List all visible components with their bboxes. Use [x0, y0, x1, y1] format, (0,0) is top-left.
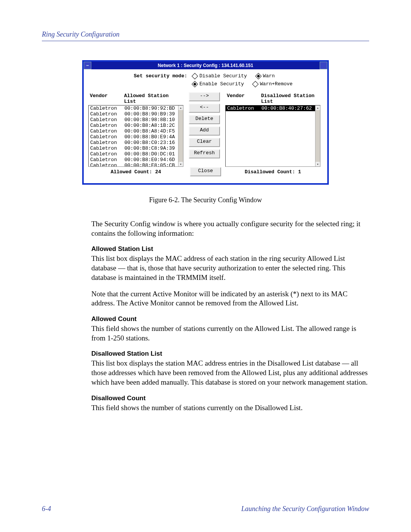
list-item[interactable]: Cabletron00:00:B8:A8:1B:2C: [89, 123, 183, 128]
radio-label: Enable Security: [199, 81, 244, 87]
list-item[interactable]: Cabletron00:00:B8:90:92:BD: [89, 105, 183, 111]
close-button[interactable]: Close: [190, 167, 221, 176]
scroll-up-icon[interactable]: ▴: [178, 105, 183, 110]
body-text: The Security Config window is where you …: [91, 219, 369, 412]
list-item-vendor: Cabletron: [90, 157, 124, 163]
list-item-vendor: Cabletron: [90, 123, 124, 128]
security-config-window: Network 1 : Security Config : 134.141.60…: [82, 60, 329, 185]
security-mode-label: Set security mode:: [88, 73, 193, 87]
diamond-icon: [192, 81, 198, 87]
window-titlebar: Network 1 : Security Config : 134.141.60…: [84, 62, 327, 69]
list-item-mac: 00:00:B8:90:92:BD: [124, 105, 182, 111]
list-item[interactable]: Cabletron00:00:B8:C8:9A:39: [89, 145, 183, 151]
heading-allowed-station-list: Allowed Station List: [91, 245, 369, 253]
svg-rect-0: [86, 65, 89, 66]
scrollbar[interactable]: ▴ ▾: [178, 105, 183, 166]
list-item-mac: 00:00:B8:B0:E9:4A: [124, 134, 182, 140]
list-item-mac: 00:00:B8:A8:4D:F5: [124, 128, 182, 134]
list-item-mac: 00:00:B8:40:27:62: [261, 105, 319, 111]
move-left-button[interactable]: <--: [189, 104, 220, 113]
list-item-vendor: Cabletron: [90, 134, 124, 140]
paragraph: This list box displays the station MAC a…: [91, 359, 369, 387]
scroll-up-icon[interactable]: ▴: [315, 105, 320, 110]
list-item-vendor: Cabletron: [90, 145, 124, 151]
list-item-mac: 00:00:B8:C8:9A:39: [124, 145, 182, 151]
move-right-button[interactable]: -->: [189, 92, 220, 101]
disallowed-station-listbox[interactable]: Cabletron00:00:B8:40:27:62 ▴ ▾: [225, 105, 320, 167]
list-item-mac: 00:00:B8:98:8B:10: [124, 117, 182, 123]
paragraph: This field shows the number of stations …: [91, 403, 369, 413]
list-item-vendor: Cabletron: [90, 128, 124, 134]
paragraph: This list box displays the MAC address o…: [91, 254, 369, 282]
list-item[interactable]: Cabletron00:00:B8:C0:23:16: [89, 140, 183, 145]
radio-enable-security[interactable]: Enable Security: [193, 81, 244, 87]
disallowed-list-header: Disallowed Station List: [261, 93, 319, 104]
list-item[interactable]: Cabletron00:00:B8:A8:4D:F5: [89, 128, 183, 134]
scroll-down-icon[interactable]: ▾: [178, 162, 183, 166]
list-item-mac: 00:00:B8:C0:23:16: [124, 140, 182, 145]
heading-disallowed-count: Disallowed Count: [91, 394, 369, 403]
page-number: 6-4: [42, 505, 51, 513]
scroll-down-icon[interactable]: ▾: [315, 162, 320, 166]
list-item-vendor: Cabletron: [227, 105, 261, 111]
heading-disallowed-station-list: Disallowed Station List: [91, 350, 369, 358]
disallowed-vendor-header: Vendor: [227, 93, 261, 104]
radio-warn[interactable]: Warn: [256, 73, 275, 79]
list-item-vendor: Cabletron: [90, 163, 124, 167]
allowed-vendor-header: Vendor: [90, 93, 124, 104]
heading-allowed-count: Allowed Count: [91, 315, 369, 323]
page-header: Ring Security Configuration: [42, 30, 369, 41]
list-item[interactable]: Cabletron00:00:B8:90:B9:39: [89, 111, 183, 117]
diamond-icon: [255, 73, 261, 79]
allowed-list-header: Allowed Station List: [124, 93, 182, 104]
radio-label: Warn: [263, 73, 275, 79]
list-item[interactable]: Cabletron00:00:B8:B0:E9:4A: [89, 134, 183, 140]
list-item-vendor: Cabletron: [90, 151, 124, 157]
diamond-icon: [252, 81, 259, 87]
list-item-mac: 00:00:B8:D0:DC:01: [124, 151, 182, 157]
radio-disable-security[interactable]: Disable Security: [193, 73, 247, 79]
radio-warn-remove[interactable]: Warn+Remove: [253, 81, 293, 87]
disallowed-count: Disallowed Count: 1: [225, 169, 320, 175]
diamond-icon: [192, 73, 198, 79]
window-right-icon[interactable]: [320, 62, 327, 69]
paragraph: This field shows the number of stations …: [91, 324, 369, 343]
list-item-vendor: Cabletron: [90, 105, 124, 111]
scrollbar[interactable]: ▴ ▾: [315, 105, 320, 166]
delete-button[interactable]: Delete: [189, 115, 220, 124]
allowed-station-listbox[interactable]: Cabletron00:00:B8:90:92:BDCabletron00:00…: [88, 105, 183, 167]
list-item-mac: 00:00:B8:A8:1B:2C: [124, 123, 182, 128]
list-item[interactable]: Cabletron00:00:B8:E8:05:CB: [89, 163, 183, 167]
window-menu-icon[interactable]: [84, 62, 91, 69]
footer-section: Launching the Security Configuration Win…: [241, 505, 369, 513]
clear-button[interactable]: Clear: [189, 138, 220, 147]
allowed-count: Allowed Count: 24: [88, 169, 183, 175]
list-item-vendor: Cabletron: [90, 117, 124, 123]
window-title: Network 1 : Security Config : 134.141.60…: [158, 63, 253, 68]
paragraph: Note that the current Active Monitor wil…: [91, 289, 369, 308]
list-item[interactable]: Cabletron00:00:B8:E0:94:6D: [89, 157, 183, 163]
list-item-vendor: Cabletron: [90, 140, 124, 145]
list-item-mac: 00:00:B8:90:B9:39: [124, 111, 182, 117]
list-item[interactable]: Cabletron00:00:B8:40:27:62: [226, 105, 320, 111]
intro-paragraph: The Security Config window is where you …: [91, 219, 369, 238]
list-item[interactable]: Cabletron00:00:B8:98:8B:10: [89, 117, 183, 123]
list-item[interactable]: Cabletron00:00:B8:D0:DC:01: [89, 151, 183, 157]
list-item-vendor: Cabletron: [90, 111, 124, 117]
refresh-button[interactable]: Refresh: [189, 149, 220, 158]
figure-caption: Figure 6-2. The Security Config Window: [42, 196, 369, 204]
radio-label: Warn+Remove: [260, 81, 293, 87]
add-button[interactable]: Add: [189, 126, 220, 136]
list-item-mac: 00:00:B8:E8:05:CB: [124, 163, 182, 167]
radio-label: Disable Security: [199, 73, 247, 79]
list-item-mac: 00:00:B8:E0:94:6D: [124, 157, 182, 163]
